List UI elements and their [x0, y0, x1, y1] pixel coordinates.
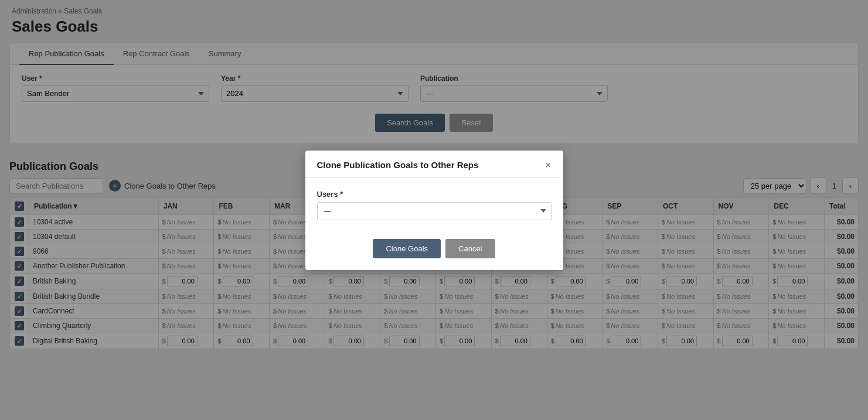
modal-users-select[interactable]: —	[317, 202, 552, 220]
modal-users-field: Users * —	[317, 190, 552, 220]
modal-close-button[interactable]: ×	[545, 160, 552, 170]
clone-goals-modal: Clone Publication Goals to Other Reps × …	[305, 151, 563, 270]
cancel-button[interactable]: Cancel	[445, 239, 495, 258]
modal-title: Clone Publication Goals to Other Reps	[317, 160, 479, 170]
modal-footer: Clone Goals Cancel	[305, 232, 563, 270]
modal-users-label: Users *	[317, 190, 552, 199]
clone-goals-button[interactable]: Clone Goals	[373, 239, 441, 258]
page-wrapper: Administration » Sales Goals Sales Goals…	[0, 0, 868, 420]
modal-header: Clone Publication Goals to Other Reps ×	[305, 151, 563, 178]
modal-overlay: Clone Publication Goals to Other Reps × …	[0, 0, 868, 420]
modal-body: Users * —	[305, 178, 563, 232]
